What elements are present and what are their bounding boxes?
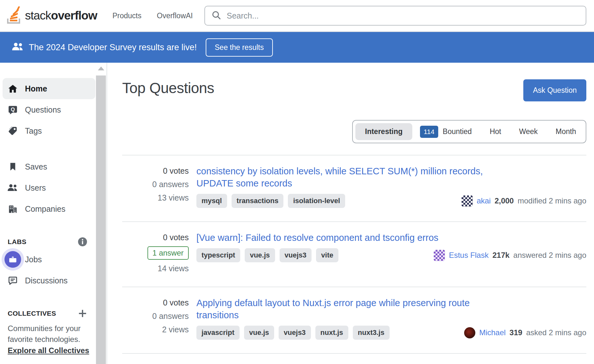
question-title-link[interactable]: [Vue warn]: Failed to resolve component …: [196, 232, 586, 244]
question-stats: 0 votes 0 answers 2 views: [122, 297, 189, 334]
question-title-link[interactable]: Applying default layout to Nuxt.js error…: [196, 297, 586, 321]
scrollbar-up-arrow[interactable]: [96, 63, 106, 74]
views-count: 13 views: [158, 193, 189, 202]
nav-products[interactable]: Products: [113, 12, 142, 20]
avatar[interactable]: [464, 327, 475, 338]
sidebar-item-saves[interactable]: Saves: [0, 156, 95, 177]
sidebar-item-companies[interactable]: Companies: [0, 198, 95, 219]
tag-pill[interactable]: vue.js: [244, 326, 274, 340]
votes-count: 0 votes: [163, 233, 189, 242]
answers-count-answered: 1 answer: [147, 246, 189, 260]
search-icon: [211, 10, 221, 21]
briefcase-icon: [8, 254, 18, 265]
collectives-header-label: COLLECTIVES: [8, 310, 56, 317]
building-icon: [8, 204, 18, 214]
username-link[interactable]: Michael: [479, 328, 506, 337]
collectives-section-header: COLLECTIVES: [0, 306, 95, 320]
question-row: 0 votes 1 answer 14 views [Vue warn]: Fa…: [122, 222, 586, 287]
question-body: [Vue warn]: Failed to resolve component …: [196, 232, 586, 262]
sidebar-item-label: Questions: [25, 105, 61, 115]
questions-icon: Q: [8, 105, 18, 115]
answers-count: 0 answers: [152, 180, 189, 189]
filter-tabs: Interesting 114 Bountied Hot Week Month: [352, 120, 586, 143]
avatar[interactable]: [434, 250, 445, 261]
filter-row: Interesting 114 Bountied Hot Week Month: [122, 120, 586, 143]
sidebar-item-tags[interactable]: Tags: [0, 120, 95, 141]
tab-month[interactable]: Month: [556, 127, 576, 136]
explore-collectives-link[interactable]: Explore all Collectives: [8, 346, 89, 355]
sidebar-item-label: Discussions: [25, 276, 67, 285]
user-card: Estus Flask 217k answered 2 mins ago: [434, 250, 586, 261]
tag-pill[interactable]: nuxt3.js: [353, 326, 390, 340]
tag-pill[interactable]: isolation-level: [288, 194, 345, 208]
tag-pill[interactable]: mysql: [196, 194, 227, 208]
info-icon[interactable]: [78, 237, 87, 246]
tab-week[interactable]: Week: [519, 127, 538, 136]
question-title-link[interactable]: consistency by isolation levels, while S…: [196, 165, 586, 189]
question-list: 0 votes 0 answers 13 views consistency b…: [122, 155, 586, 354]
survey-banner: The 2024 Developer Survey results are li…: [0, 32, 594, 63]
stackoverflow-logo[interactable]: stackoverflow: [6, 6, 97, 25]
user-card: akai 2,000 modified 2 mins ago: [462, 195, 586, 207]
sidebar-item-users[interactable]: Users: [0, 177, 95, 198]
search-bar[interactable]: [204, 6, 586, 26]
tab-bountied[interactable]: Bountied: [443, 127, 472, 136]
stackoverflow-logo-icon: [6, 6, 22, 25]
main-header-row: Top Questions Ask Question: [122, 79, 586, 101]
tag-pill[interactable]: typescript: [196, 248, 240, 262]
bountied-count-badge[interactable]: 114: [420, 126, 438, 138]
username-link[interactable]: akai: [477, 196, 491, 205]
sidebar-item-home[interactable]: Home: [3, 78, 95, 99]
tag-pill[interactable]: transactions: [232, 194, 284, 208]
activity-timestamp: answered 2 mins ago: [513, 251, 586, 260]
votes-count: 0 votes: [163, 166, 189, 176]
tag-pill[interactable]: vuejs3: [279, 326, 311, 340]
username-link[interactable]: Estus Flask: [449, 251, 488, 260]
sidebar-item-label: Companies: [25, 204, 65, 214]
scrollbar-thumb[interactable]: [96, 75, 106, 364]
tab-interesting[interactable]: Interesting: [355, 123, 412, 140]
logo-wordmark: stackoverflow: [25, 9, 97, 22]
tag-pill[interactable]: javascript: [196, 326, 240, 340]
question-meta-row: javascript vue.js vuejs3 nuxt.js nuxt3.j…: [196, 326, 586, 340]
question-stats: 0 votes 0 answers 13 views: [122, 165, 189, 202]
sidebar-item-label: Users: [25, 183, 46, 193]
sidebar-item-label: Home: [25, 84, 47, 93]
sidebar-item-discussions[interactable]: Discussions: [0, 270, 95, 291]
collectives-description: Communities for your favorite technologi…: [0, 320, 95, 345]
reputation: 217k: [492, 251, 509, 260]
views-count: 2 views: [162, 325, 189, 334]
question-row: 0 votes 0 answers 13 views consistency b…: [122, 155, 586, 222]
page-title: Top Questions: [122, 79, 214, 97]
banner-message: The 2024 Developer Survey results are li…: [29, 43, 197, 52]
reputation: 319: [510, 328, 522, 337]
ask-question-button[interactable]: Ask Question: [523, 79, 586, 101]
plus-icon[interactable]: [78, 309, 87, 318]
sidebar-item-label: Jobs: [25, 255, 42, 264]
question-body: Applying default layout to Nuxt.js error…: [196, 297, 586, 340]
svg-text:Q: Q: [11, 107, 15, 112]
sidebar-item-label: Tags: [25, 126, 42, 136]
nav-overflowai[interactable]: OverflowAI: [157, 12, 193, 20]
tag-list: typescript vue.js vuejs3 vite: [196, 248, 338, 262]
question-stats: 0 votes 1 answer 14 views: [122, 232, 189, 273]
avatar[interactable]: [462, 195, 473, 207]
tag-pill[interactable]: vuejs3: [280, 248, 312, 262]
see-results-button[interactable]: See the results: [206, 38, 273, 57]
tag-pill[interactable]: vite: [316, 248, 338, 262]
sidebar-item-jobs[interactable]: Jobs: [0, 249, 95, 270]
top-header: stackoverflow Products OverflowAI: [0, 0, 594, 32]
views-count: 14 views: [158, 264, 189, 273]
sidebar-spacer: [0, 141, 95, 156]
answers-count: 0 answers: [152, 312, 189, 321]
votes-count: 0 votes: [163, 298, 189, 307]
tag-pill[interactable]: nuxt.js: [315, 326, 348, 340]
tag-pill[interactable]: vue.js: [245, 248, 275, 262]
vertical-scrollbar[interactable]: [96, 63, 106, 364]
activity-timestamp: asked 2 mins ago: [526, 328, 586, 337]
tab-hot[interactable]: Hot: [490, 127, 501, 136]
sidebar-item-questions[interactable]: Q Questions: [0, 99, 95, 120]
activity-timestamp: modified 2 mins ago: [518, 196, 586, 205]
question-meta-row: typescript vue.js vuejs3 vite Estus Flas…: [196, 248, 586, 262]
search-input[interactable]: [226, 11, 579, 21]
